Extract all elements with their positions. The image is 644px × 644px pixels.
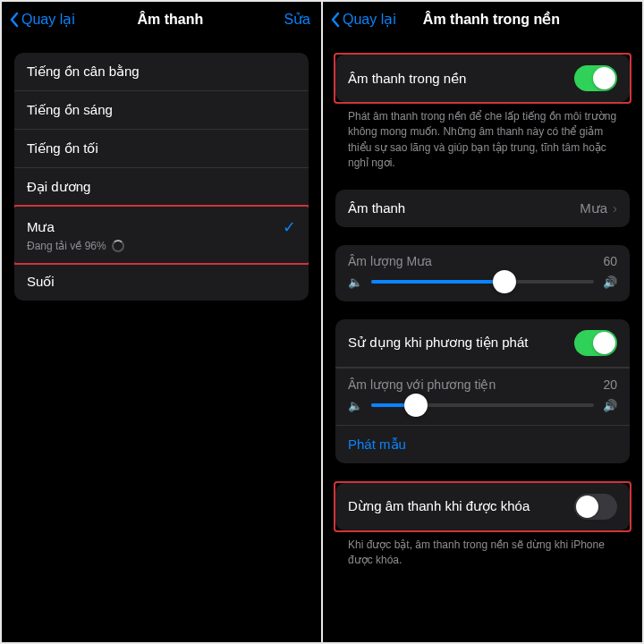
content-left: Tiếng ồn cân bằng Tiếng ồn sáng Tiếng ồn… <box>2 40 321 642</box>
toggle-switch[interactable] <box>574 330 617 356</box>
slider-label: Âm lượng với phương tiện <box>348 377 496 392</box>
download-text: Đang tải về 96% <box>27 240 106 252</box>
content-right: Âm thanh trong nền Phát âm thanh trong n… <box>323 40 642 642</box>
volume-high-icon: 🔊 <box>603 399 617 412</box>
pane-sounds: Quay lại Âm thanh Sửa Tiếng ồn cân bằng … <box>2 2 321 642</box>
chevron-left-icon <box>9 12 20 28</box>
list-item[interactable]: Tiếng ồn cân bằng <box>14 53 309 91</box>
volume-slider[interactable] <box>371 280 594 284</box>
checkmark-icon: ✓ <box>283 217 296 237</box>
back-button[interactable]: Quay lại <box>9 11 75 28</box>
page-title: Âm thanh <box>75 12 266 28</box>
list-item[interactable]: Đại dương <box>14 168 309 207</box>
highlight-box: Âm thanh trong nền <box>334 53 631 104</box>
slider-value: 20 <box>603 377 617 392</box>
list-item[interactable]: Tiếng ồn sáng <box>14 91 309 130</box>
highlight-box: Dừng âm thanh khi được khóa <box>334 481 631 532</box>
list-item[interactable]: Suối <box>14 263 309 301</box>
toggle-label: Âm thanh trong nền <box>348 71 466 87</box>
group-toggle-main: Âm thanh trong nền <box>335 55 630 102</box>
sound-list: Tiếng ồn cân bằng Tiếng ồn sáng Tiếng ồn… <box>14 53 309 301</box>
row-background-sounds-toggle[interactable]: Âm thanh trong nền <box>335 55 630 102</box>
row-label: Âm thanh <box>348 200 405 216</box>
chevron-right-icon: › <box>613 200 617 216</box>
list-item-selected[interactable]: Mưa ✓ Đang tải về 96% <box>14 207 309 263</box>
play-sample-button[interactable]: Phát mẫu <box>335 425 630 463</box>
list-item-label: Tiếng ồn sáng <box>27 102 113 118</box>
list-item-label: Tiếng ồn tối <box>27 140 98 157</box>
highlight-box: Mưa ✓ Đang tải về 96% <box>14 205 309 265</box>
row-volume-slider: Âm lượng Mưa 60 🔈 🔊 <box>335 245 630 301</box>
row-value: Mưa › <box>580 200 617 216</box>
edit-button[interactable]: Sửa <box>266 11 310 28</box>
back-label: Quay lại <box>343 11 396 28</box>
header-right: Quay lại Âm thanh trong nền <box>323 2 642 40</box>
toggle-switch[interactable] <box>574 494 617 520</box>
list-item-label: Tiếng ồn cân bằng <box>27 64 140 80</box>
back-label: Quay lại <box>21 11 75 28</box>
row-stop-when-locked-toggle[interactable]: Dừng âm thanh khi được khóa <box>335 483 630 530</box>
chevron-left-icon <box>330 12 341 28</box>
row-sound-select[interactable]: Âm thanh Mưa › <box>335 190 630 227</box>
group-volume: Âm lượng Mưa 60 🔈 🔊 <box>335 245 630 301</box>
list-item[interactable]: Tiếng ồn tối <box>14 130 309 168</box>
list-item-label: Mưa <box>27 219 55 235</box>
slider-value: 60 <box>603 254 617 268</box>
spinner-icon <box>112 240 124 252</box>
back-button[interactable]: Quay lại <box>330 11 396 28</box>
group-stop-when-locked: Dừng âm thanh khi được khóa <box>335 483 630 530</box>
media-volume-slider[interactable] <box>371 403 594 407</box>
toggle-label: Dừng âm thanh khi được khóa <box>348 498 530 514</box>
download-status: Đang tải về 96% <box>27 240 296 252</box>
volume-low-icon: 🔈 <box>348 399 362 412</box>
list-item-label: Đại dương <box>27 179 90 195</box>
page-title: Âm thanh trong nền <box>396 11 587 28</box>
toggle-switch[interactable] <box>574 65 617 91</box>
row-use-with-media-toggle[interactable]: Sử dụng khi phương tiện phát <box>335 319 630 368</box>
volume-low-icon: 🔈 <box>348 275 362 289</box>
row-media-volume-slider: Âm lượng với phương tiện 20 🔈 🔊 <box>335 368 630 425</box>
group-media: Sử dụng khi phương tiện phát Âm lượng vớ… <box>335 319 630 463</box>
volume-high-icon: 🔊 <box>603 275 617 289</box>
sound-value: Mưa <box>580 200 607 216</box>
header-left: Quay lại Âm thanh Sửa <box>2 2 321 40</box>
footnote: Khi được bật, âm thanh trong nền sẽ dừng… <box>335 530 630 583</box>
slider-label: Âm lượng Mưa <box>348 254 432 268</box>
group-sound-select: Âm thanh Mưa › <box>335 190 630 227</box>
pane-background-sounds: Quay lại Âm thanh trong nền Âm thanh tro… <box>323 2 642 642</box>
footnote: Phát âm thanh trong nền để che lấp tiếng… <box>335 102 630 172</box>
toggle-label: Sử dụng khi phương tiện phát <box>348 335 528 351</box>
list-item-label: Suối <box>27 274 55 290</box>
